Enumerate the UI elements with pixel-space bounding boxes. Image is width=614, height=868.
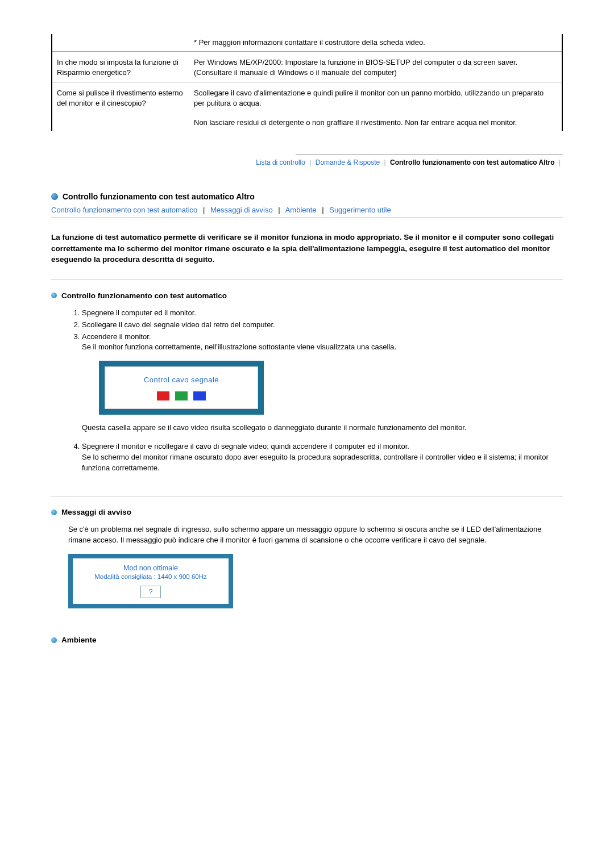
anchor-link[interactable]: Messaggi di avviso [210, 206, 273, 214]
mode-dialog-illustration: Mod non ottimale Modalità consigliata : … [68, 554, 233, 608]
subsection-title: Messaggi di avviso [61, 508, 131, 516]
red-swatch [157, 391, 169, 400]
paragraph: Se c'è un problema nel segnale di ingres… [68, 524, 563, 546]
signal-dialog-illustration: Control cavo segnale [99, 361, 264, 415]
list-item: Accendere il monitor. Se il monitor funz… [82, 332, 563, 433]
separator: | [384, 158, 386, 166]
nav-item-active[interactable]: Controllo funzionamento con test automat… [390, 158, 555, 166]
step-text: Accendere il monitor. [82, 332, 151, 341]
bullet-icon [51, 293, 57, 298]
nav-item[interactable]: Lista di controllo [256, 158, 305, 166]
separator: | [278, 206, 280, 214]
dialog-line: Modalità consigliata : 1440 x 900 60Hz [77, 573, 224, 580]
tab-nav: Lista di controllo | Domande & Risposte … [51, 154, 563, 166]
green-swatch [175, 391, 188, 400]
step-text: Spegnere il monitor e ricollegare il cav… [82, 442, 409, 450]
nav-item[interactable]: Domande & Risposte [316, 158, 380, 166]
anchor-link[interactable]: Ambiente [285, 206, 317, 214]
subsection-title: Controllo funzionamento con test automat… [61, 291, 227, 300]
subsection-title: Ambiente [61, 636, 97, 644]
section-title: Controllo funzionamento con test automat… [63, 192, 255, 201]
dialog-line: Mod non ottimale [77, 564, 224, 572]
divider [296, 154, 563, 155]
step-text: Spegnere il computer ed il monitor. [82, 308, 196, 317]
step-extra: Se lo schermo del monitor rimane oscurat… [82, 452, 563, 474]
list-item: Spegnere il computer ed il monitor. [82, 308, 563, 319]
separator: | [309, 158, 311, 166]
intro-paragraph: La funzione di test automatico permette … [51, 232, 563, 265]
step-extra: Se il monitor funziona correttamente, ne… [82, 342, 563, 353]
color-swatches [110, 391, 253, 400]
anchor-links: Controllo funzionamento con test automat… [51, 206, 563, 218]
qa-table: * Per maggiori informazioni contattare i… [51, 34, 563, 131]
list-item: Spegnere il monitor e ricollegare il cav… [82, 441, 563, 474]
qa-question: Come si pulisce il rivestimento esterno … [52, 82, 194, 131]
dialog-text: Control cavo segnale [110, 375, 253, 386]
list-item: Scollegare il cavo del segnale video dal… [82, 320, 563, 331]
steps-list: Spegnere il computer ed il monitor. Scol… [82, 308, 563, 474]
divider [51, 279, 563, 280]
help-button: ? [140, 586, 161, 598]
blue-swatch [193, 391, 206, 400]
qa-answer: Per Windows ME/XP/2000: Impostare la fun… [194, 52, 562, 82]
bullet-icon [51, 510, 57, 515]
step-text: Scollegare il cavo del segnale video dal… [82, 320, 275, 329]
separator: | [203, 206, 205, 214]
divider [51, 496, 563, 496]
bullet-icon [51, 193, 58, 200]
separator: | [322, 206, 323, 214]
anchor-link[interactable]: Suggerimento utile [329, 206, 391, 214]
qa-answer: Non lasciare residui di detergente o non… [194, 112, 562, 131]
table-note: * Per maggiori informazioni contattare i… [194, 34, 562, 52]
qa-answer: Scollegare il cavo d'alimentazione e qui… [194, 82, 562, 112]
separator: | [559, 158, 561, 166]
paragraph: Questa casella appare se il cavo video r… [82, 423, 563, 433]
anchor-link[interactable]: Controllo funzionamento con test automat… [51, 206, 197, 214]
qa-question: In che modo si imposta la funzione di Ri… [52, 52, 194, 82]
bullet-icon [51, 637, 57, 643]
